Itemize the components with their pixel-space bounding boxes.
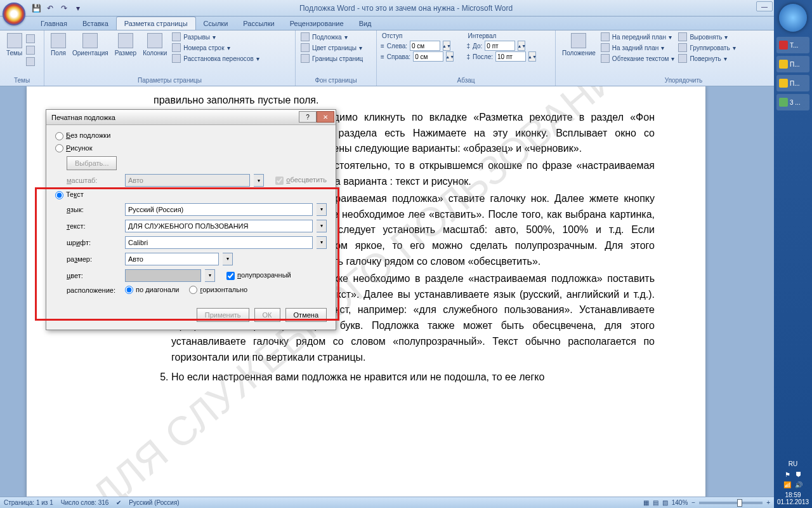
select-picture-button[interactable]: Выбрать...: [67, 156, 117, 170]
spacing-after[interactable]: ‡После:▲▼: [467, 51, 552, 62]
breaks-button[interactable]: Разрывы ▾: [171, 32, 260, 42]
rotate-icon: [678, 54, 687, 63]
tray-volume-icon[interactable]: 🔊: [794, 481, 803, 490]
hyphenation-button[interactable]: Расстановка переносов ▾: [171, 53, 260, 64]
size-input[interactable]: [125, 253, 219, 265]
office-button[interactable]: [3, 3, 25, 25]
align-button[interactable]: Выровнять ▾: [677, 32, 737, 42]
ok-button[interactable]: ОК: [254, 308, 280, 322]
color-input[interactable]: [125, 269, 201, 282]
tray-icon[interactable]: ⛊: [794, 471, 803, 480]
minimize-button[interactable]: —: [756, 1, 773, 11]
orientation-button[interactable]: Ориентация: [70, 32, 111, 58]
radio-picture[interactable]: Рисунок: [55, 144, 93, 153]
cancel-button[interactable]: Отмена: [285, 308, 327, 322]
taskbar-item[interactable]: П...: [776, 75, 809, 91]
bring-front-button[interactable]: На передний план ▾: [599, 32, 676, 42]
spacing-before[interactable]: ‡До:▲▼: [467, 41, 552, 51]
apply-button[interactable]: Применить: [197, 308, 249, 322]
dialog-title[interactable]: Печатная подложка ? ✕: [46, 110, 336, 125]
view-web-icon[interactable]: ▧: [662, 499, 668, 506]
position-button[interactable]: Положение: [560, 32, 598, 58]
status-proof-icon[interactable]: ✔: [116, 499, 121, 506]
font-dropdown-icon[interactable]: ▾: [317, 236, 327, 249]
save-icon[interactable]: 💾: [30, 3, 42, 14]
tab-page-layout[interactable]: Разметка страницы: [116, 17, 196, 30]
size-dropdown-icon[interactable]: ▾: [223, 253, 233, 265]
theme-effects-icon[interactable]: [26, 57, 35, 66]
zoom-slider[interactable]: [699, 502, 763, 504]
status-language[interactable]: Русский (Россия): [129, 499, 179, 506]
radio-horizontal[interactable]: горизонтально: [189, 286, 247, 295]
redo-icon[interactable]: ↷: [58, 3, 70, 14]
font-input[interactable]: [125, 236, 313, 249]
view-print-icon[interactable]: ▦: [643, 499, 649, 506]
scale-input: [125, 174, 250, 187]
group-button[interactable]: Группировать ▾: [677, 43, 737, 53]
watermark-button[interactable]: Подложка ▾: [299, 32, 364, 42]
dialog-help-button[interactable]: ?: [299, 111, 317, 123]
theme-colors-icon[interactable]: [26, 34, 35, 43]
text-label: текст:: [67, 222, 121, 230]
taskbar-item[interactable]: 3 ...: [776, 94, 809, 110]
group-icon: [678, 43, 687, 52]
group-arrange: Упорядочить: [560, 76, 808, 84]
tray-language[interactable]: RU: [776, 460, 809, 467]
qat-dropdown-icon[interactable]: ▾: [72, 3, 84, 14]
start-button[interactable]: [779, 4, 807, 32]
language-input[interactable]: [125, 203, 313, 216]
margins-icon: [51, 33, 66, 48]
semitransparent-checkbox[interactable]: полупрозрачный: [226, 271, 291, 280]
taskbar-item[interactable]: П...: [776, 56, 809, 72]
text-wrap-icon: [601, 54, 610, 63]
line-numbers-button[interactable]: Номера строк ▾: [171, 43, 260, 53]
tab-insert[interactable]: Вставка: [75, 17, 116, 30]
taskbar-item[interactable]: Т...: [776, 37, 809, 53]
tray-network-icon[interactable]: 📶: [783, 481, 792, 490]
tab-view[interactable]: Вид: [351, 17, 379, 30]
size-button[interactable]: Размер: [112, 32, 139, 58]
tab-references[interactable]: Ссылки: [196, 17, 236, 30]
tab-home[interactable]: Главная: [33, 17, 75, 30]
tray-date[interactable]: 01.12.2013: [776, 498, 809, 505]
undo-icon[interactable]: ↶: [44, 3, 56, 14]
tab-mailings[interactable]: Рассылки: [235, 17, 282, 30]
scale-label: масштаб:: [67, 177, 121, 184]
indent-right[interactable]: ≡Справа:▲▼: [381, 51, 466, 62]
rotate-button[interactable]: Повернуть ▾: [677, 53, 737, 64]
doc-list-item: Но если настроенная вами подложка не нра…: [171, 370, 655, 385]
watermark-icon: [301, 32, 310, 41]
text-wrap-button[interactable]: Обтекание текстом ▾: [599, 53, 676, 64]
text-dropdown-icon[interactable]: ▾: [317, 220, 327, 232]
indent-left[interactable]: ≡Слева:▲▼: [381, 41, 466, 51]
dialog-close-button[interactable]: ✕: [317, 111, 334, 123]
language-dropdown-icon[interactable]: ▾: [317, 203, 327, 216]
windows-taskbar: Т... П... П... 3 ... RU ⚑ ⛊ 📶 🔊 18:59 01…: [774, 0, 812, 508]
text-input[interactable]: [125, 220, 313, 232]
themes-button[interactable]: Темы: [4, 32, 25, 58]
status-page[interactable]: Страница: 1 из 1: [4, 499, 53, 506]
status-words[interactable]: Число слов: 316: [61, 499, 109, 506]
columns-button[interactable]: Колонки: [140, 32, 169, 58]
zoom-in-button[interactable]: +: [766, 499, 770, 506]
tab-review[interactable]: Рецензирование: [282, 17, 351, 30]
radio-diagonal[interactable]: по диагонали: [125, 286, 179, 295]
view-read-icon[interactable]: ▤: [653, 499, 658, 506]
page-borders-button[interactable]: Границы страниц: [299, 53, 364, 64]
radio-text[interactable]: Текст: [55, 190, 84, 199]
size-icon: [118, 33, 133, 48]
radio-no-watermark[interactable]: ББез подложкиез подложки: [55, 131, 110, 140]
zoom-level[interactable]: 140%: [672, 499, 688, 506]
tray-icon[interactable]: ⚑: [783, 471, 792, 480]
zoom-out-button[interactable]: −: [691, 499, 695, 506]
theme-fonts-icon[interactable]: [26, 46, 35, 55]
orientation-icon: [82, 33, 98, 48]
tray-time[interactable]: 18:59: [776, 491, 809, 498]
color-dropdown-icon[interactable]: ▾: [205, 269, 215, 282]
scale-dropdown-icon: ▾: [254, 174, 264, 187]
page-color-button[interactable]: Цвет страницы ▾: [299, 43, 364, 53]
layout-label: расположение:: [67, 286, 121, 294]
margins-button[interactable]: Поля: [48, 32, 69, 58]
group-page-background: Фон страницы: [299, 76, 372, 84]
send-back-button[interactable]: На задний план ▾: [599, 43, 676, 53]
